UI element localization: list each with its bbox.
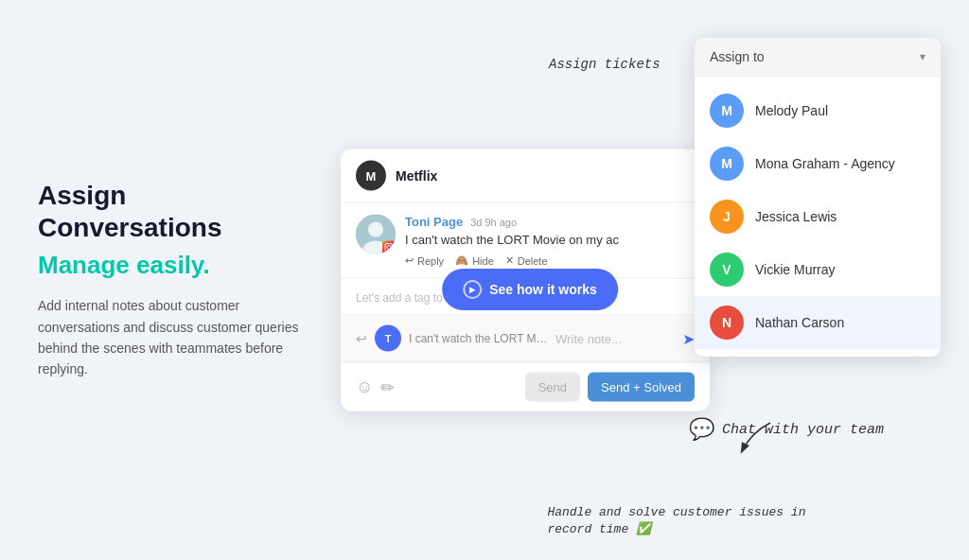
chat-bubble-icon: 💬 (689, 417, 714, 442)
assign-tickets-annotation: Assign tickets (549, 57, 661, 72)
person-avatar: M (710, 147, 744, 181)
assign-dropdown: Assign to ▾ M Melody Paul M Mona Graham … (695, 38, 941, 357)
person-name: Nathan Carson (755, 315, 844, 330)
reply-row: ↩ T I can't watch the LORT Movie on my..… (341, 316, 710, 362)
right-panel: Assign tickets M Metflix (341, 19, 931, 541)
main-title: Assign Conversations (38, 180, 303, 243)
svg-point-1 (368, 222, 383, 237)
left-panel: Assign Conversations Manage easily. Add … (38, 180, 341, 380)
assign-item[interactable]: J Jessica Lewis (695, 190, 941, 243)
svg-point-5 (391, 245, 392, 246)
description: Add internal notes about customer conver… (38, 295, 303, 380)
reply-button[interactable]: ↩ Reply (405, 254, 444, 267)
assign-item[interactable]: M Mona Graham - Agency (695, 137, 941, 190)
svg-point-4 (387, 246, 391, 250)
chat-header: M Metflix (341, 149, 710, 203)
person-name: Jessica Lewis (755, 209, 837, 224)
assign-header-text: Assign to (710, 49, 765, 64)
see-how-button[interactable]: ▶ See how it works (442, 269, 618, 310)
delete-button[interactable]: ✕ Delete (505, 254, 548, 267)
message-row: Toni Page 3d 9h ago I can't watch the LO… (356, 215, 695, 267)
sub-title: Manage easily. (38, 251, 303, 280)
emoji-icon[interactable]: ☺ (356, 377, 373, 397)
assign-header[interactable]: Assign to ▾ (695, 38, 941, 77)
message-content: Toni Page 3d 9h ago I can't watch the LO… (405, 215, 695, 267)
sender-name: Toni Page (405, 215, 463, 229)
send-note-icon[interactable]: ➤ (682, 329, 695, 347)
hide-button[interactable]: 🙈 Hide (455, 254, 494, 267)
assign-item[interactable]: V Vickie Murray (695, 243, 941, 296)
send-button[interactable]: Send (525, 373, 580, 402)
person-avatar: J (710, 200, 744, 234)
edit-icon[interactable]: ✏ (380, 376, 395, 397)
bottom-bar: ☺ ✏ Send Send + Solved (341, 362, 710, 411)
message-text: I can't watch the LORT Movie on my ac (405, 233, 695, 247)
play-icon: ▶ (463, 280, 482, 299)
reply-avatar: T (375, 325, 401, 352)
assign-list: M Melody Paul M Mona Graham - Agency J J… (695, 77, 941, 357)
assign-item[interactable]: M Melody Paul (695, 84, 941, 137)
user-avatar (356, 215, 396, 254)
message-time: 3d 9h ago (470, 217, 517, 228)
person-name: Mona Graham - Agency (755, 156, 895, 171)
reply-preview: I can't watch the LORT Movie on my... (409, 332, 548, 345)
bottom-annotation: Handle and solve customer issues in reco… (547, 502, 842, 536)
message-actions: ↩ Reply 🙈 Hide ✕ Delete (405, 254, 695, 267)
page-container: Assign Conversations Manage easily. Add … (0, 0, 969, 560)
company-name: Metflix (396, 168, 437, 184)
chat-team-arrow (723, 413, 799, 461)
person-avatar: M (710, 94, 744, 128)
send-solved-button[interactable]: Send + Solved (588, 373, 695, 402)
instagram-badge (382, 241, 396, 254)
write-note-placeholder: Write note... (555, 331, 675, 345)
person-avatar: V (710, 253, 744, 287)
write-note-area: Write note... ➤ (555, 329, 695, 347)
person-name: Vickie Murray (755, 262, 836, 277)
person-name: Melody Paul (755, 103, 828, 118)
person-avatar: N (710, 306, 744, 340)
reply-arrow-icon: ↩ (356, 331, 367, 346)
chevron-down-icon: ▾ (920, 50, 925, 63)
assign-item[interactable]: N Nathan Carson (695, 296, 941, 349)
message-sender: Toni Page 3d 9h ago (405, 215, 695, 229)
message-area: Toni Page 3d 9h ago I can't watch the LO… (341, 203, 710, 279)
handle-solve-text: Handle and solve customer issues in reco… (547, 505, 805, 536)
company-avatar: M (356, 161, 386, 191)
